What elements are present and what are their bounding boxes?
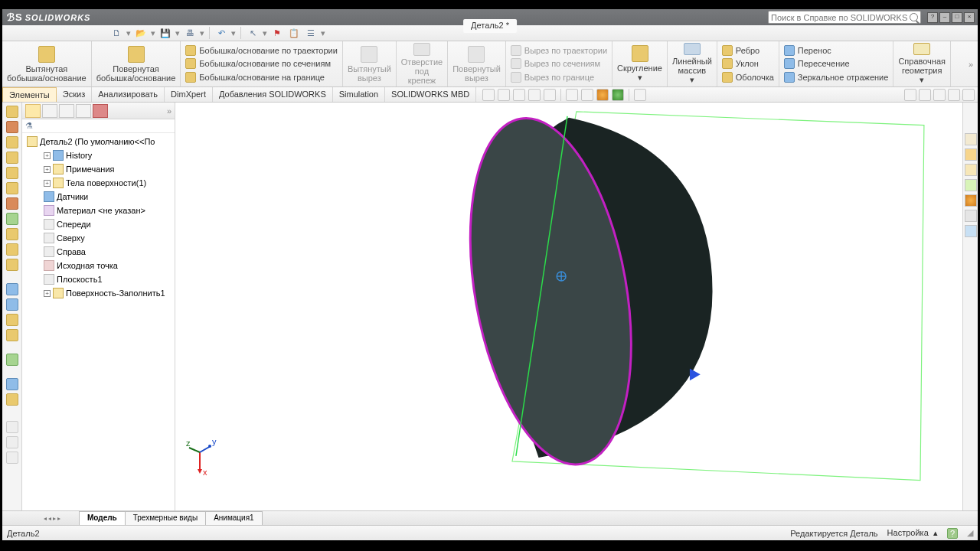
- new-button[interactable]: 🗋: [109, 26, 123, 40]
- surf-extrude-icon[interactable]: [6, 106, 18, 118]
- options-button[interactable]: 📋: [287, 26, 301, 40]
- tree-root[interactable]: Деталь2 (По умолчанию<<По: [22, 135, 175, 148]
- rib-button[interactable]: Ребро: [722, 45, 760, 56]
- fm-tab-config[interactable]: [59, 104, 74, 118]
- tab-dimxpert[interactable]: DimXpert: [165, 87, 213, 102]
- prev-view-icon[interactable]: [513, 89, 525, 101]
- shell-button[interactable]: Оболочка: [722, 72, 774, 83]
- surf-offset-icon[interactable]: [6, 228, 18, 240]
- zoom-area-icon[interactable]: [498, 89, 510, 101]
- fm-tab-display[interactable]: [93, 104, 108, 118]
- surf-freeform-icon[interactable]: [6, 213, 18, 225]
- window-tile-icon[interactable]: [904, 89, 916, 101]
- taskpane-view-icon[interactable]: [965, 179, 977, 191]
- sweep-cut-button[interactable]: Вырез по траектории: [511, 45, 607, 56]
- window-max-icon[interactable]: [948, 89, 960, 101]
- tab-nav-arrows[interactable]: ◂ ◂ ▸ ▸: [25, 511, 79, 525]
- status-help-icon[interactable]: ?: [947, 528, 958, 539]
- fm-filter[interactable]: ⚗: [22, 119, 175, 133]
- tree-plane1[interactable]: Плоскость1: [22, 272, 175, 286]
- open-button[interactable]: 📂: [134, 26, 148, 40]
- move-button[interactable]: Перенос: [784, 45, 831, 56]
- revolve-cut-button[interactable]: Повернутыйвырез: [448, 41, 506, 86]
- tab-features[interactable]: Элементы: [2, 87, 57, 102]
- mirror-button[interactable]: Зеркальное отражение: [784, 72, 889, 83]
- loft-cut-button[interactable]: Вырез по сечениям: [511, 58, 600, 69]
- surf-revolve-icon[interactable]: [6, 121, 18, 133]
- surf-fill-icon[interactable]: [6, 182, 18, 194]
- surf-replace-icon[interactable]: [6, 298, 18, 311]
- hole-wizard-button[interactable]: Отверстиеподкрепеж: [397, 41, 448, 86]
- sweep-boss-button[interactable]: Бобышка/основание по траектории: [185, 45, 338, 56]
- tab-simulation[interactable]: Simulation: [333, 87, 385, 102]
- maximize-button[interactable]: □: [952, 12, 962, 23]
- surf-loft-icon[interactable]: [6, 152, 18, 164]
- surf-ruled-icon[interactable]: [6, 243, 18, 256]
- extrude-boss-button[interactable]: Вытянутаябобышка/основание: [2, 41, 92, 86]
- fillet-button[interactable]: Скругление▾: [612, 41, 668, 86]
- surf-knit-icon[interactable]: [6, 354, 18, 366]
- settings-button[interactable]: ☰: [304, 26, 318, 40]
- loft-boss-button[interactable]: Бобышка/основание по сечениям: [185, 58, 331, 69]
- tree-origin[interactable]: Исходная точка: [22, 259, 175, 272]
- tree-top-plane[interactable]: Сверху: [22, 231, 175, 245]
- graphics-viewport[interactable]: z x y: [175, 103, 962, 510]
- boundary-cut-button[interactable]: Вырез по границе: [511, 72, 594, 83]
- tree-right-plane[interactable]: Справа: [22, 245, 175, 259]
- rebuild-button[interactable]: ⚑: [270, 26, 284, 40]
- save-button[interactable]: 💾: [158, 26, 172, 40]
- surf-thicken-icon[interactable]: [6, 378, 18, 390]
- revolve-boss-button[interactable]: Повернутаябобышка/основание: [92, 41, 181, 86]
- taskpane-resources-icon[interactable]: [965, 133, 977, 145]
- boundary-boss-button[interactable]: Бобышка/основание на границе: [185, 72, 325, 83]
- ref-geometry-button[interactable]: Справочнаягеометрия▾: [893, 41, 951, 86]
- status-resize-icon[interactable]: ◢: [967, 528, 973, 538]
- scene-icon[interactable]: [612, 89, 624, 101]
- fm-tab-dimxpert[interactable]: [76, 104, 91, 118]
- help-search[interactable]: Поиск в Справке по SOLIDWORKS: [768, 11, 921, 24]
- view-settings-icon[interactable]: [634, 89, 646, 101]
- section-view-icon[interactable]: [528, 89, 541, 101]
- surf-trim-icon[interactable]: [6, 329, 18, 341]
- undo-button[interactable]: ↶: [214, 26, 228, 40]
- tree-front-plane[interactable]: Спереди: [22, 217, 175, 231]
- tree-surface-bodies[interactable]: +Тела поверхности(1): [22, 176, 175, 190]
- display-style-icon[interactable]: [566, 89, 578, 101]
- surf-planar-icon[interactable]: [6, 197, 18, 210]
- feature-tree[interactable]: Деталь2 (По умолчанию<<По +History +Прим…: [22, 133, 175, 510]
- status-settings[interactable]: Настройка ▴: [887, 528, 938, 538]
- help-icon[interactable]: ?: [927, 12, 938, 23]
- taskpane-explorer-icon[interactable]: [965, 164, 977, 176]
- ref-coord-icon[interactable]: [6, 452, 18, 464]
- extrude-cut-button[interactable]: Вытянутыйвырез: [343, 41, 397, 86]
- tab-animation1[interactable]: Анимация1: [205, 511, 263, 525]
- close-button[interactable]: ×: [964, 12, 975, 23]
- ref-axis-icon[interactable]: [6, 436, 18, 448]
- intersect-button[interactable]: Пересечение: [784, 58, 850, 69]
- tab-mbd[interactable]: SOLIDWORKS MBD: [385, 87, 476, 102]
- tab-model[interactable]: Модель: [79, 511, 126, 525]
- tab-3dviews[interactable]: Трехмерные виды: [125, 511, 206, 525]
- print-button[interactable]: 🖶: [183, 26, 197, 40]
- taskpane-library-icon[interactable]: [965, 148, 977, 161]
- linear-pattern-button[interactable]: Линейныймассив▾: [668, 41, 717, 86]
- window-close-icon[interactable]: [962, 89, 975, 101]
- ref-plane-icon[interactable]: [6, 421, 18, 433]
- surf-flat-icon[interactable]: [6, 259, 18, 271]
- tree-material[interactable]: Материал <не указан>: [22, 204, 175, 217]
- tree-history[interactable]: +History: [22, 148, 175, 162]
- minimize-button[interactable]: –: [939, 12, 950, 23]
- surf-boundary-icon[interactable]: [6, 167, 18, 179]
- tree-annotations[interactable]: +Примечания: [22, 162, 175, 176]
- surf-sweep-icon[interactable]: [6, 136, 18, 148]
- hide-show-icon[interactable]: [581, 89, 593, 101]
- tab-evaluate[interactable]: Анализировать: [92, 87, 165, 102]
- taskpane-forum-icon[interactable]: [965, 225, 977, 237]
- view-orient-icon[interactable]: [544, 89, 556, 101]
- window-cascade-icon[interactable]: [919, 89, 931, 101]
- taskpane-appearance-icon[interactable]: [965, 194, 977, 207]
- tab-addins[interactable]: Добавления SOLIDWORKS: [213, 87, 333, 102]
- taskpane-properties-icon[interactable]: [965, 210, 977, 222]
- surf-extend-icon[interactable]: [6, 314, 18, 326]
- zoom-fit-icon[interactable]: [482, 89, 495, 101]
